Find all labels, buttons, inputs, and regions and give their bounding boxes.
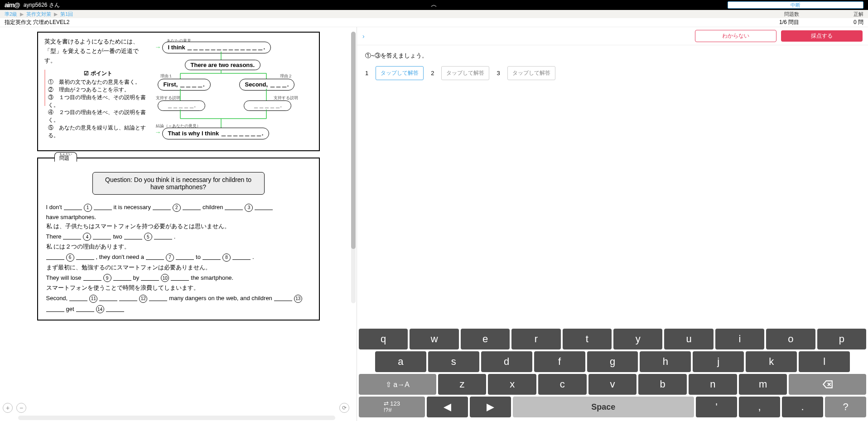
arrow-right-icon: → xyxy=(155,129,161,136)
key-g[interactable]: g xyxy=(587,351,638,372)
refresh-button[interactable]: ⟳ xyxy=(339,403,349,413)
right-pane: › わからない 採点する ①~③を答えましょう。 1 タップして解答 2 タップ… xyxy=(357,27,868,421)
key-z[interactable]: z xyxy=(438,374,487,395)
key-t[interactable]: t xyxy=(563,329,612,349)
grade-button[interactable]: 採点する xyxy=(781,30,863,42)
explanation-box: 英文を書けるようになるためには、 「型」を覚えることが一番の近道です。 ☑ポイン… xyxy=(37,32,320,151)
main: + − ⟳ 英文を書けるようになるためには、 「型」を覚えることが一番の近道です… xyxy=(0,27,868,421)
key-v[interactable]: v xyxy=(588,374,637,395)
breadcrumb: 準2級 ▶ 英作文対策 ▶ 第1回 問題数 正解 xyxy=(0,10,868,18)
flowchart: あなたの意見 → I think ＿＿＿＿＿＿＿＿＿＿＿＿＿. There ar… xyxy=(153,37,313,146)
key-mode[interactable]: ⇄ 123 !?# xyxy=(359,397,425,417)
key-o[interactable]: o xyxy=(766,329,815,349)
key-comma[interactable]: , xyxy=(739,397,780,417)
prompt-text: ①~③を答えましょう。 xyxy=(357,45,868,66)
sentence-3: 6 , they don't need a7 to8 . xyxy=(46,253,311,262)
keyboard: q w e r t y u i o p a s d f g h j k l xyxy=(357,327,868,421)
username: aynp5626 さん xyxy=(24,1,60,9)
left-pane: + − ⟳ 英文を書けるようになるためには、 「型」を覚えることが一番の近道です… xyxy=(0,27,357,421)
top-bar: aim@ aynp5626 さん ︿ 中断 xyxy=(0,0,868,10)
key-e[interactable]: e xyxy=(461,329,510,349)
key-j[interactable]: j xyxy=(693,351,744,372)
key-d[interactable]: d xyxy=(481,351,532,372)
arrow-right-icon: → xyxy=(155,43,161,51)
key-question[interactable]: ? xyxy=(825,397,866,417)
key-m[interactable]: m xyxy=(739,374,787,395)
key-q[interactable]: q xyxy=(359,329,408,349)
key-u[interactable]: u xyxy=(664,329,713,349)
key-p[interactable]: p xyxy=(817,329,866,349)
title-bar: 指定英作文 穴埋めLEVEL2 1/6 問目 0 問 xyxy=(0,18,868,27)
key-x[interactable]: x xyxy=(488,374,536,395)
chevron-right-icon: ▶ xyxy=(20,11,24,17)
scrollbar-horizontal[interactable] xyxy=(18,416,335,420)
check-icon: ☑ xyxy=(84,70,89,77)
key-a[interactable]: a xyxy=(375,351,426,372)
key-apostrophe[interactable]: ' xyxy=(696,397,737,417)
question-box: Question: Do you think it is necessary f… xyxy=(92,172,265,195)
key-b[interactable]: b xyxy=(638,374,687,395)
sentence-2: There4 two5 . xyxy=(46,232,311,241)
key-r[interactable]: r xyxy=(511,329,560,349)
key-w[interactable]: w xyxy=(410,329,458,349)
key-h[interactable]: h xyxy=(640,351,691,372)
key-s[interactable]: s xyxy=(428,351,479,372)
zoom-out-button[interactable]: − xyxy=(16,403,26,413)
correct-label: 正解 xyxy=(854,11,863,18)
answer-toolbar: › わからない 採点する xyxy=(357,27,868,45)
key-backspace[interactable] xyxy=(789,374,866,395)
key-y[interactable]: y xyxy=(613,329,662,349)
crumb-category[interactable]: 英作文対策 xyxy=(26,11,51,18)
sentence-4: They will lose9 by10 the smartphone. xyxy=(46,273,311,282)
sentence-1: I don't1 it is necessary2 children3 have… xyxy=(46,203,311,220)
answer-input-2[interactable]: タップして解答 xyxy=(441,66,489,80)
chevron-right-icon[interactable]: › xyxy=(362,33,365,40)
answer-input-3[interactable]: タップして解答 xyxy=(507,66,555,80)
key-c[interactable]: c xyxy=(538,374,587,395)
logo: aim@ xyxy=(5,1,20,9)
answer-input-1[interactable]: タップして解答 xyxy=(376,66,424,80)
crumb-session[interactable]: 第1回 xyxy=(60,11,73,18)
key-i[interactable]: i xyxy=(715,329,764,349)
problem-box: もんだい問題 Question: Do you think it is nece… xyxy=(37,158,320,321)
chevron-right-icon: ▶ xyxy=(54,11,58,17)
counter-value: 1/6 問目 xyxy=(779,19,799,26)
page-title: 指定英作文 穴埋めLEVEL2 xyxy=(5,19,69,26)
interrupt-button[interactable]: 中断 xyxy=(728,1,863,9)
answer-inputs: 1 タップして解答 2 タップして解答 3 タップして解答 xyxy=(357,66,868,80)
sentence-5: Second,11 12 many dangers on the web, an… xyxy=(46,294,311,313)
key-n[interactable]: n xyxy=(689,374,737,395)
key-k[interactable]: k xyxy=(746,351,797,372)
key-space[interactable]: Space xyxy=(513,397,694,417)
chevron-up-icon[interactable]: ︿ xyxy=(431,1,437,9)
key-shift[interactable]: ⇧ a→A xyxy=(359,374,436,395)
counter-label: 問題数 xyxy=(784,11,799,18)
scrollbar-vertical[interactable] xyxy=(351,32,356,303)
key-f[interactable]: f xyxy=(534,351,585,372)
key-l[interactable]: l xyxy=(799,351,850,372)
crumb-level[interactable]: 準2級 xyxy=(5,11,17,18)
key-right[interactable]: ▶ xyxy=(470,397,511,417)
correct-value: 0 問 xyxy=(854,19,863,26)
dontknow-button[interactable]: わからない xyxy=(695,30,776,42)
problem-tab: もんだい問題 xyxy=(54,152,77,162)
explanation-text: 英文を書けるようになるためには、 「型」を覚えることが一番の近道です。 ☑ポイン… xyxy=(44,37,149,146)
zoom-in-button[interactable]: + xyxy=(3,403,13,413)
key-period[interactable]: . xyxy=(782,397,823,417)
key-left[interactable]: ◀ xyxy=(427,397,468,417)
